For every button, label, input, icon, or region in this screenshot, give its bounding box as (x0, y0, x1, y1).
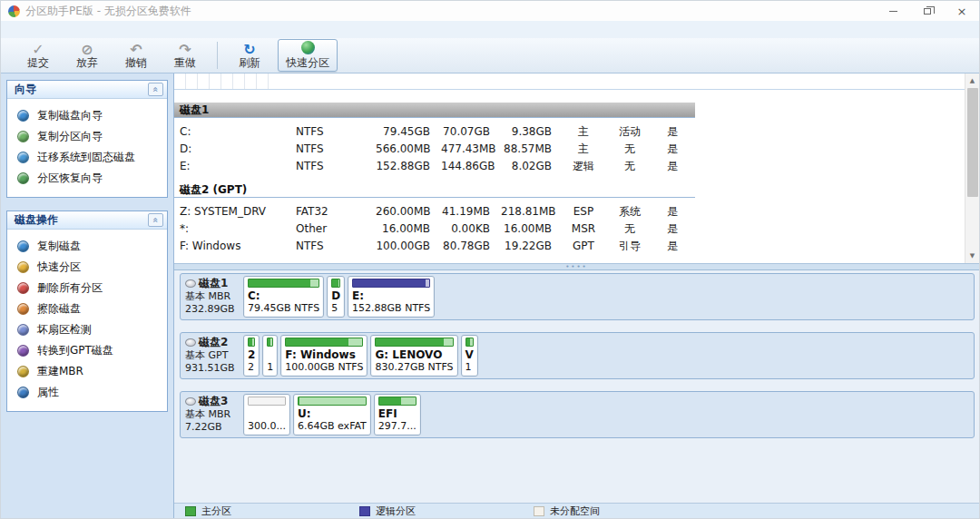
sidebar-item-label: 复制磁盘向导 (37, 108, 103, 123)
table-row[interactable]: F: Windows NTFS 100.00GB 80.78GB 19.22GB… (174, 238, 979, 255)
sidebar-item[interactable]: 复制分区向导 (7, 126, 167, 147)
partition-info: 79.45GB NTFS (248, 302, 319, 314)
column-header[interactable] (245, 73, 257, 89)
sidebar-item[interactable]: 删除所有分区 (7, 278, 167, 299)
sidebar-item[interactable]: 迁移系统到固态磁盘 (7, 147, 167, 168)
sidebar-item-label: 快速分区 (37, 260, 81, 275)
sidebar-item[interactable]: 重建MBR (7, 361, 167, 382)
partition-block[interactable]: 300.0... (243, 394, 290, 436)
sidebar-item-label: 坏扇区检测 (37, 322, 92, 338)
sidebar-item[interactable]: 复制磁盘向导 (7, 105, 167, 126)
partition-info: 5 (331, 302, 340, 314)
partition-block[interactable]: G: LENOVO 830.27GB NTFS (370, 335, 457, 377)
legend-item: 逻辑分区 (359, 504, 534, 518)
partition-name: G: LENOVO (375, 348, 453, 361)
disk-group-header[interactable]: 磁盘2 (GPT) (174, 182, 695, 198)
cell-free: 16.00MB (495, 220, 557, 238)
table-row[interactable]: D: NTFS 566.00MB 477.43MB 88.57MB 主 无 是 (174, 141, 979, 158)
cell-filesystem: NTFS (290, 141, 370, 158)
toolbar-button[interactable]: ⊘ 放弃 (63, 42, 112, 69)
cell-aligned: 是 (650, 123, 695, 141)
cell-capacity: 260.00MB (370, 203, 436, 220)
scrollbar-thumb[interactable] (967, 88, 978, 197)
cell-capacity: 79.45GB (370, 123, 436, 141)
partition-name: C: (248, 289, 319, 302)
toolbar-button[interactable]: ✓ 提交 (14, 42, 63, 69)
partition-block[interactable]: D 5 (327, 276, 345, 318)
partition-block[interactable]: 2 2 (243, 335, 260, 377)
cell-status: 系统 (610, 203, 650, 220)
partition-block[interactable]: 1 (262, 335, 278, 377)
scroll-up-icon[interactable]: ▲ (965, 73, 980, 88)
cell-filesystem: Other (290, 220, 370, 238)
splitter-handle[interactable]: •••• (174, 263, 979, 270)
table-row[interactable]: E: NTFS 152.88GB 144.86GB 8.02GB 逻辑 无 是 (174, 158, 979, 175)
toolbar-button[interactable]: ↷ 重做 (161, 42, 210, 69)
collapse-icon[interactable]: « (148, 213, 163, 227)
scroll-down-icon[interactable]: ▼ (965, 249, 980, 263)
toolbar-button-icon: ↷ (161, 42, 210, 57)
sidebar-item-label: 复制磁盘 (37, 239, 81, 254)
collapse-icon[interactable]: « (148, 83, 163, 96)
cell-partition: *: (174, 220, 290, 238)
column-header[interactable] (221, 73, 233, 89)
disk-label[interactable]: 磁盘3 基本 MBR 7.22GB (181, 392, 240, 437)
minimize-icon[interactable] (876, 1, 910, 21)
vertical-scrollbar[interactable]: ▲ ▼ (965, 73, 979, 263)
table-row[interactable]: *: Other 16.00MB 0.00KB 16.00MB MSR 无 是 (174, 220, 979, 238)
refresh-button[interactable]: ↻ 刷新 (225, 42, 274, 69)
partition-name: D (331, 289, 340, 302)
quick-partition-button[interactable]: 快速分区 (278, 39, 338, 72)
column-header[interactable] (210, 73, 221, 89)
menu-bar (1, 21, 979, 38)
partition-info: 2 (248, 361, 255, 373)
disk-name: 磁盘2 (199, 336, 228, 348)
partition-usage-bar (248, 279, 319, 288)
partition-block[interactable]: F: Windows 100.00GB NTFS (280, 335, 368, 377)
sidebar-item[interactable]: 快速分区 (7, 257, 167, 278)
partition-block[interactable]: C: 79.45GB NTFS (243, 276, 324, 318)
partition-block[interactable]: EFI 297.7... (374, 394, 421, 436)
table-row[interactable]: C: NTFS 79.45GB 70.07GB 9.38GB 主 活动 是 (174, 123, 979, 141)
disk-label[interactable]: 磁盘1 基本 MBR 232.89GB (181, 274, 240, 319)
sidebar-panel-header[interactable]: 向导 « (7, 81, 167, 99)
sidebar: 向导 « 复制磁盘向导 复制分区向导 (1, 73, 173, 518)
disk-size: 931.51GB (185, 362, 240, 375)
sidebar-item[interactable]: 转换到GPT磁盘 (7, 340, 167, 361)
sidebar-item-icon (17, 282, 29, 294)
restore-icon[interactable] (910, 1, 945, 21)
sidebar-item[interactable]: 复制磁盘 (7, 236, 167, 257)
sidebar-item-icon (17, 110, 29, 122)
partition-block[interactable]: U: 6.64GB exFAT (293, 394, 371, 436)
column-header[interactable] (174, 73, 186, 89)
column-header[interactable] (198, 73, 210, 89)
disk-group-header[interactable]: 磁盘1 (174, 103, 695, 118)
column-header[interactable] (233, 73, 245, 89)
sidebar-item[interactable]: 属性 (7, 382, 167, 403)
column-header[interactable] (257, 73, 269, 89)
column-header[interactable] (186, 73, 198, 89)
disk-icon (185, 279, 196, 288)
toolbar-button[interactable]: ↶ 撤销 (112, 42, 161, 69)
sidebar-item-label: 复制分区向导 (37, 129, 103, 144)
disk-size: 232.89GB (185, 303, 240, 316)
close-icon[interactable]: × (945, 1, 979, 21)
cell-aligned: 是 (650, 238, 695, 255)
sidebar-item[interactable]: 分区恢复向导 (7, 168, 167, 189)
table-row[interactable]: Z: SYSTEM_DRV FAT32 260.00MB 41.19MB 218… (174, 203, 979, 220)
window-title: 分区助手PE版 - 无损分区免费软件 (25, 4, 876, 19)
partition-block[interactable]: V 1 (461, 335, 478, 377)
sidebar-item[interactable]: 坏扇区检测 (7, 319, 167, 340)
legend-swatch (534, 506, 544, 516)
disk-label[interactable]: 磁盘2 基本 GPT 931.51GB (181, 333, 240, 378)
partition-usage-bar (248, 338, 255, 347)
disk-group: 磁盘2 (GPT) Z: SYSTEM_DRV FAT32 260.00MB 4… (174, 182, 979, 255)
partition-block[interactable]: E: 152.88GB NTFS (348, 276, 435, 318)
partition-info: 1 (466, 361, 474, 373)
cell-free: 19.22GB (495, 238, 557, 255)
sidebar-item[interactable]: 擦除磁盘 (7, 299, 167, 319)
legend-item: 主分区 (185, 504, 359, 518)
cell-capacity: 566.00MB (370, 141, 436, 158)
sidebar-panel-header[interactable]: 磁盘操作 « (7, 211, 167, 230)
disk-type: 基本 MBR (185, 290, 240, 303)
